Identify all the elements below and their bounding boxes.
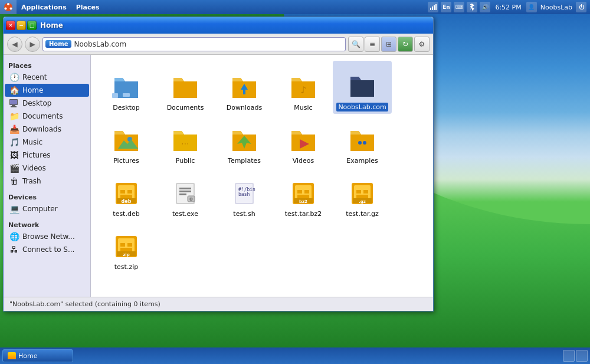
power-icon[interactable]: ⏻	[576, 2, 586, 12]
sidebar-item-documents[interactable]: 📁 Documents	[5, 110, 89, 123]
devices-section-title: Devices	[4, 191, 90, 202]
home-icon: 🏠	[9, 86, 19, 95]
network-tray-icon[interactable]	[428, 2, 438, 12]
clock[interactable]: 6:52 PM	[493, 4, 523, 11]
taskbar-window-button[interactable]: Home	[2, 349, 73, 362]
zoom-icon-btn[interactable]: 🔍	[348, 37, 363, 52]
bluetooth-icon[interactable]	[467, 2, 477, 12]
svg-rect-72	[363, 190, 368, 194]
sidebar-item-home[interactable]: 🏠 Home	[5, 84, 89, 97]
list-view-btn[interactable]: ≡	[365, 37, 380, 52]
sidebar-item-downloads[interactable]: 📥 Downloads	[5, 123, 89, 136]
sidebar-item-music[interactable]: 🎵 Music	[5, 136, 89, 149]
user-icon[interactable]: 👤	[526, 2, 537, 12]
svg-point-1	[7, 3, 9, 5]
svg-rect-78	[120, 243, 125, 247]
file-item-deb[interactable]: deb test.deb	[97, 167, 156, 220]
file-item-documents[interactable]: Documents	[156, 61, 215, 114]
templates-icon	[230, 126, 258, 155]
svg-marker-38	[291, 131, 302, 135]
username[interactable]: NoobsLab	[539, 4, 573, 11]
file-item-desktop[interactable]: Desktop	[97, 61, 156, 114]
file-item-noobslab[interactable]: NoobsLab.com	[333, 61, 392, 114]
lang-indicator[interactable]: En	[441, 2, 451, 12]
sidebar-item-trash[interactable]: 🗑 Trash	[5, 175, 89, 188]
maximize-button[interactable]: □	[27, 21, 37, 30]
sidebar-item-recent[interactable]: 🕐 Recent	[5, 71, 89, 84]
file-name-downloads: Downloads	[227, 104, 262, 112]
home-location-btn[interactable]: Home	[45, 40, 71, 48]
svg-point-3	[5, 8, 7, 10]
trash-icon: 🗑	[9, 176, 19, 186]
sidebar-item-videos[interactable]: 🎬 Videos	[5, 162, 89, 175]
file-item-exe[interactable]: ⚙ test.exe	[156, 167, 215, 220]
file-item-downloads[interactable]: Downloads	[215, 61, 274, 114]
downloads-icon	[230, 73, 258, 101]
file-item-sh[interactable]: #!/bin bash test.sh	[215, 167, 274, 220]
status-text: "NoobsLab.com" selected (containing 0 it…	[9, 300, 160, 308]
file-item-examples[interactable]: Examples	[333, 114, 392, 167]
file-item-targz[interactable]: .gz test.tar.gz	[333, 167, 392, 220]
svg-rect-54	[179, 191, 191, 192]
sidebar-item-connect-server[interactable]: 🖧 Connect to S...	[5, 243, 89, 256]
svg-marker-41	[350, 131, 361, 135]
sound-icon[interactable]: 🔊	[480, 2, 490, 12]
exe-icon: ⚙	[171, 179, 199, 208]
svg-rect-6	[434, 5, 435, 10]
forward-button[interactable]: ▶	[25, 37, 40, 52]
file-item-pictures[interactable]: Pictures	[97, 114, 156, 167]
examples-icon	[348, 126, 376, 155]
show-desktop-btn-1[interactable]	[563, 350, 575, 362]
file-name-videos: Videos	[293, 157, 314, 165]
show-desktop-btn-2[interactable]	[576, 350, 588, 362]
places-section-title: Places	[4, 60, 90, 71]
downloads-folder-icon: 📥	[9, 124, 19, 134]
svg-marker-8	[470, 4, 474, 11]
sidebar-item-desktop[interactable]: Desktop	[5, 97, 89, 110]
clock-icon: 🕐	[9, 73, 19, 82]
network-section-title: Network	[4, 219, 90, 230]
svg-rect-5	[432, 6, 433, 10]
file-name-exe: test.exe	[172, 210, 198, 218]
file-name-deb: test.deb	[113, 210, 139, 218]
applications-menu[interactable]: Applications	[17, 0, 71, 14]
svg-rect-4	[430, 8, 431, 10]
svg-marker-14	[114, 78, 125, 81]
sidebar-item-pictures[interactable]: 🖼 Pictures	[5, 149, 89, 162]
svg-rect-10	[10, 100, 17, 104]
reload-btn[interactable]: ↻	[398, 37, 413, 52]
file-grid: Desktop Documents	[91, 55, 433, 297]
file-item-templates[interactable]: Templates	[215, 114, 274, 167]
file-item-music[interactable]: ♪ Music	[274, 61, 333, 114]
file-item-videos[interactable]: Videos	[274, 114, 333, 167]
sidebar-item-browse-network[interactable]: 🌐 Browse Netw...	[5, 230, 89, 243]
close-button[interactable]: ✕	[6, 21, 15, 30]
file-item-tarbz2[interactable]: bz2 test.tar.bz2	[274, 167, 333, 220]
file-item-public[interactable]: ⋯ Public	[156, 114, 215, 167]
deb-icon: deb	[112, 179, 140, 208]
settings-btn[interactable]: ⚙	[414, 37, 430, 52]
places-menu[interactable]: Places	[71, 0, 104, 14]
sidebar-item-computer[interactable]: 💻 Computer	[5, 202, 89, 215]
back-button[interactable]: ◀	[7, 37, 22, 52]
address-bar[interactable]: Home NoobsLab.com	[42, 37, 346, 51]
grid-view-btn[interactable]: ⊞	[381, 37, 396, 52]
music-folder-icon: 🎵	[9, 137, 19, 147]
toolbar-buttons: 🔍 ≡ ⊞ ↻ ⚙	[348, 37, 430, 52]
titlebar: ✕ − □ Home	[4, 17, 433, 34]
file-item-zip[interactable]: zip test.zip	[97, 220, 156, 273]
file-name-examples: Examples	[346, 157, 378, 165]
svg-rect-73	[356, 195, 368, 198]
addressbar: ◀ ▶ Home NoobsLab.com 🔍 ≡ ⊞ ↻ ⚙	[4, 34, 433, 55]
address-text: NoobsLab.com	[74, 40, 343, 48]
ubuntu-logo[interactable]	[0, 0, 17, 14]
documents-folder-icon: 📁	[9, 112, 19, 121]
svg-rect-12	[11, 106, 17, 107]
svg-rect-11	[12, 105, 15, 106]
svg-text:deb: deb	[122, 199, 132, 204]
keyboard-icon[interactable]: ⌨	[454, 2, 464, 12]
minimize-button[interactable]: −	[17, 21, 26, 30]
sh-icon: #!/bin bash	[230, 179, 258, 208]
svg-point-43	[363, 141, 366, 145]
svg-rect-55	[179, 194, 186, 195]
